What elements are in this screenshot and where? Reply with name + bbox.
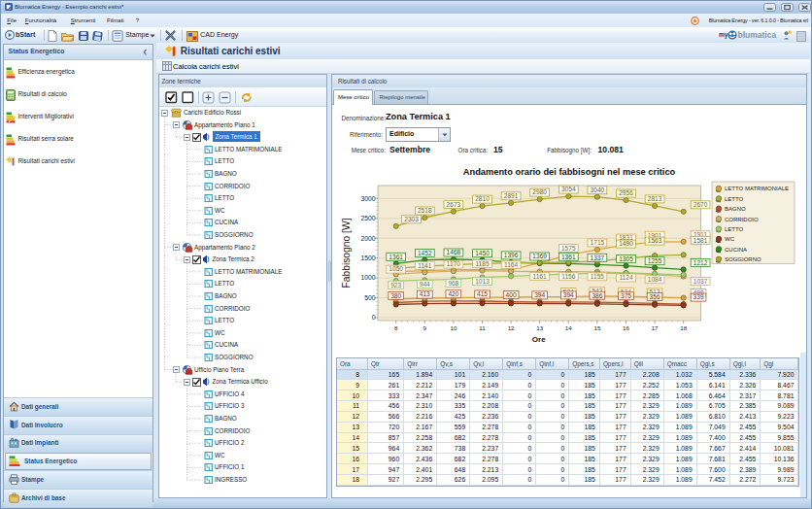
svg-text:1396: 1396 (504, 252, 519, 258)
svg-text:1337: 1337 (591, 254, 605, 261)
svg-text:375: 375 (621, 292, 631, 299)
svg-text:400: 400 (506, 291, 517, 298)
svg-text:1369: 1369 (532, 253, 547, 259)
svg-text:LETTO: LETTO (725, 226, 744, 232)
svg-text:1452: 1452 (418, 250, 432, 256)
svg-text:1305: 1305 (619, 255, 633, 262)
svg-text:WC: WC (725, 236, 735, 242)
svg-text:1450: 1450 (475, 250, 490, 256)
svg-text:CUCINA: CUCINA (725, 247, 747, 253)
svg-text:0: 0 (372, 314, 376, 321)
svg-text:BAGNO: BAGNO (725, 206, 746, 212)
svg-text:LETTO MATRIMONIALE: LETTO MATRIMONIALE (725, 186, 789, 191)
svg-text:2518: 2518 (418, 207, 432, 214)
svg-text:394: 394 (534, 291, 545, 298)
svg-text:3040: 3040 (591, 187, 605, 193)
svg-text:1468: 1468 (447, 249, 461, 255)
svg-text:923: 923 (390, 282, 401, 288)
svg-text:1212: 1212 (694, 259, 708, 266)
svg-text:SOGGIORNO: SOGGIORNO (725, 256, 761, 262)
svg-text:1715: 1715 (591, 239, 605, 246)
svg-text:1000: 1000 (360, 274, 375, 281)
svg-text:1013: 1013 (475, 278, 490, 285)
svg-text:3054: 3054 (561, 186, 576, 192)
svg-text:13: 13 (536, 324, 543, 331)
svg-text:Fabbisogno [W]: Fabbisogno [W] (341, 218, 352, 288)
svg-text:1581: 1581 (694, 237, 708, 244)
svg-text:944: 944 (420, 281, 430, 288)
svg-text:1490: 1490 (619, 240, 633, 247)
svg-text:2000: 2000 (360, 235, 375, 242)
svg-text:3000: 3000 (360, 195, 375, 202)
svg-text:500: 500 (364, 294, 376, 301)
svg-text:8: 8 (394, 324, 398, 331)
svg-text:1361: 1361 (561, 254, 576, 260)
svg-text:2670: 2670 (694, 201, 708, 208)
svg-text:1084: 1084 (648, 276, 662, 283)
svg-text:1124: 1124 (619, 274, 633, 281)
svg-text:18: 18 (680, 324, 687, 331)
svg-text:2813: 2813 (648, 195, 662, 202)
svg-text:1170: 1170 (447, 260, 461, 267)
svg-text:1037: 1037 (694, 278, 708, 285)
svg-text:420: 420 (448, 290, 458, 297)
svg-text:Ore: Ore (532, 335, 546, 344)
svg-text:15: 15 (593, 324, 600, 331)
svg-text:1164: 1164 (504, 261, 519, 268)
svg-text:Andamento orario dei fabbisogn: Andamento orario dei fabbisogni nel mese… (463, 167, 676, 177)
svg-text:415: 415 (477, 290, 488, 297)
svg-text:386: 386 (592, 292, 602, 299)
svg-text:1161: 1161 (533, 273, 548, 280)
svg-text:CORRIDOIO: CORRIDOIO (725, 217, 759, 222)
svg-text:1141: 1141 (418, 262, 432, 269)
svg-text:12: 12 (508, 324, 515, 331)
svg-text:1050: 1050 (389, 265, 403, 272)
svg-text:380: 380 (390, 292, 401, 299)
svg-text:9: 9 (423, 324, 427, 331)
svg-text:2956: 2956 (619, 189, 633, 196)
svg-text:16: 16 (623, 324, 629, 331)
svg-text:2891: 2891 (504, 192, 519, 199)
svg-text:413: 413 (420, 290, 430, 297)
svg-text:2810: 2810 (475, 195, 490, 202)
svg-text:10: 10 (450, 324, 457, 331)
svg-text:1361: 1361 (389, 254, 403, 260)
svg-text:11: 11 (479, 324, 486, 331)
svg-text:LETTO: LETTO (725, 196, 744, 202)
svg-text:1563: 1563 (648, 237, 662, 244)
svg-text:1155: 1155 (591, 273, 605, 280)
svg-text:14: 14 (565, 324, 572, 331)
svg-text:2303: 2303 (404, 216, 419, 222)
svg-text:356: 356 (650, 293, 660, 300)
svg-text:1575: 1575 (561, 245, 576, 252)
svg-text:2500: 2500 (360, 215, 375, 221)
svg-text:2980: 2980 (532, 188, 547, 195)
svg-text:1185: 1185 (475, 260, 490, 267)
svg-text:1500: 1500 (360, 254, 375, 261)
svg-text:1156: 1156 (561, 273, 576, 280)
svg-text:394: 394 (563, 291, 574, 298)
svg-text:339: 339 (694, 293, 704, 300)
svg-text:2673: 2673 (447, 201, 461, 208)
svg-text:1255: 1255 (648, 257, 662, 264)
svg-text:968: 968 (448, 280, 458, 287)
svg-text:17: 17 (652, 324, 659, 331)
